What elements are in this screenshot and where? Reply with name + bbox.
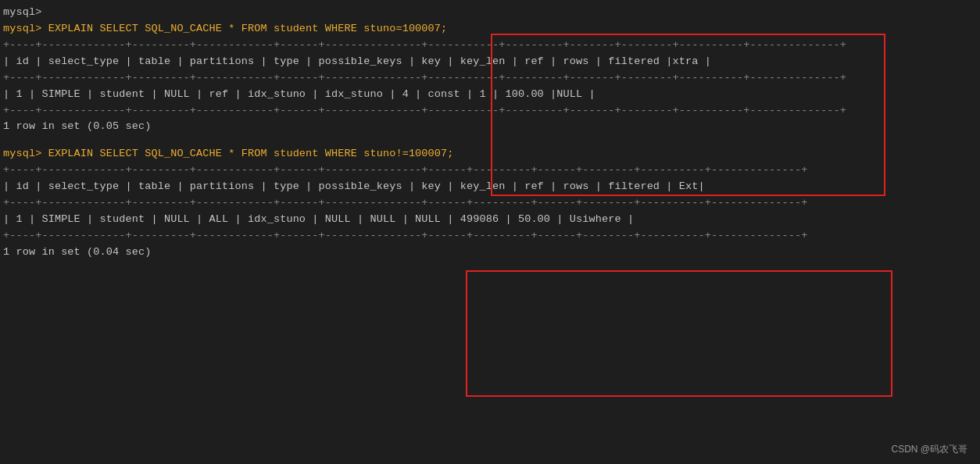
dash-line-2c: +----+-------------+---------+----------… [3, 228, 977, 244]
dash-line-1b: +----+-------------+---------+----------… [3, 70, 977, 87]
command-line-1: mysql> EXPLAIN SELECT SQL_NO_CACHE * FRO… [3, 21, 977, 37]
header-line-1: | id | select_type | table | partitions … [3, 54, 977, 70]
result-line-2: 1 row in set (0.04 sec) [3, 244, 977, 261]
dash-line-2a: +----+-------------+---------+----------… [3, 162, 977, 179]
dash-line-1a: +----+-------------+---------+----------… [3, 37, 977, 54]
data-line-2: | 1 | SIMPLE | student | NULL | ALL | id… [3, 212, 977, 228]
dash-line-2b: +----+-------------+---------+----------… [3, 195, 977, 212]
block2: mysql> EXPLAIN SELECT SQL_NO_CACHE * FRO… [3, 146, 977, 260]
terminal: mysql> mysql> EXPLAIN SELECT SQL_NO_CACH… [0, 0, 980, 464]
highlight-box-2 [466, 270, 892, 397]
header-line-2: | id | select_type | table | partitions … [3, 179, 977, 195]
data-line-1: | 1 | SIMPLE | student | NULL | ref | id… [3, 87, 977, 103]
block1: mysql> mysql> EXPLAIN SELECT SQL_NO_CACH… [3, 5, 977, 135]
command-line-2: mysql> EXPLAIN SELECT SQL_NO_CACHE * FRO… [3, 146, 977, 162]
watermark: CSDN @码农飞哥 [891, 443, 967, 456]
dash-line-1c: +----+-------------+---------+----------… [3, 103, 977, 120]
result-line-1: 1 row in set (0.05 sec) [3, 119, 977, 135]
prev-prompt-line: mysql> [3, 5, 977, 21]
